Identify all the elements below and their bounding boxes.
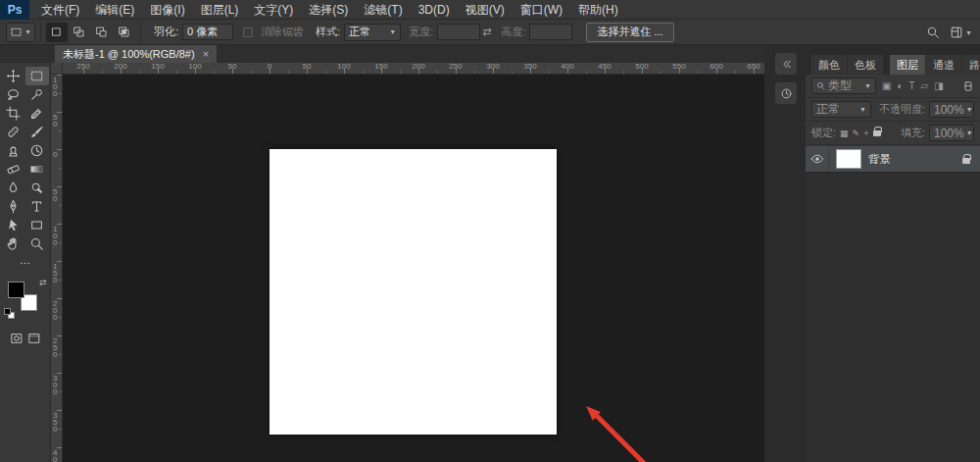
menu-item-4[interactable]: 图层(L)	[193, 0, 247, 20]
workspace-switcher-button[interactable]: ▼	[950, 26, 972, 39]
default-colors-icon[interactable]	[4, 308, 16, 320]
antialias-checkbox[interactable]	[243, 27, 253, 37]
photoshop-window: Ps 文件(F)编辑(E)图像(I)图层(L)文字(Y)选择(S)滤镜(T)3D…	[0, 0, 980, 462]
layer-visibility-toggle[interactable]	[806, 146, 829, 172]
layer-filter-toggle[interactable]	[962, 80, 974, 92]
opacity-label: 不透明度:	[879, 102, 925, 117]
shape-tool[interactable]	[25, 216, 49, 234]
ruler-origin-corner[interactable]	[51, 63, 63, 75]
foreground-color-swatch[interactable]	[8, 282, 24, 298]
menu-item-5[interactable]: 文字(Y)	[246, 0, 301, 20]
document-tab-title: 未标题-1 @ 100%(RGB/8#)	[63, 47, 195, 62]
quick-selection-tool[interactable]	[25, 85, 49, 104]
new-selection-button[interactable]	[46, 23, 68, 42]
search-icon[interactable]	[926, 26, 940, 39]
pixel-layer-filter-icon[interactable]: ▣	[882, 80, 891, 91]
opacity-dropdown[interactable]: 100% ▼	[929, 101, 974, 118]
fill-value: 100%	[934, 127, 964, 140]
feather-input[interactable]	[182, 24, 233, 40]
type-layer-filter-icon[interactable]: T	[909, 80, 915, 91]
vertical-ruler[interactable]: 10050050100150200250300350400	[51, 75, 63, 462]
menu-item-6[interactable]: 选择(S)	[301, 0, 356, 20]
selection-mode-buttons	[46, 23, 135, 42]
move-tool[interactable]	[2, 67, 25, 85]
tab-layers[interactable]: 图层	[890, 55, 925, 75]
horizontal-ruler[interactable]: 2502001501005005010015020025030035040045…	[63, 63, 764, 75]
options-bar: ▼ 羽化: 消除锯齿 样式: 正常 ▼ 宽度: ⇄ 高度: 选择并遮住 ...	[0, 20, 980, 45]
gradient-tool[interactable]	[25, 160, 49, 179]
screen-mode-button[interactable]	[27, 332, 41, 345]
intersect-selection-button[interactable]	[114, 23, 135, 42]
blend-mode-dropdown[interactable]: 正常 ▼	[811, 101, 871, 118]
tab-paths[interactable]: 路径	[962, 55, 980, 75]
hand-tool[interactable]	[2, 234, 25, 253]
layer-thumbnail[interactable]	[836, 149, 861, 169]
layer-filter-dropdown[interactable]: 类型 ▼	[811, 77, 876, 94]
menu-item-8[interactable]: 3D(D)	[411, 0, 458, 20]
eyedropper-tool[interactable]	[25, 104, 49, 123]
collapse-panels-button[interactable]	[775, 53, 797, 75]
menubar-items: 文件(F)编辑(E)图像(I)图层(L)文字(Y)选择(S)滤镜(T)3D(D)…	[33, 0, 626, 19]
dodge-tool[interactable]	[25, 179, 49, 197]
zoom-tool[interactable]	[25, 234, 49, 253]
canvas-workspace[interactable]	[63, 75, 764, 462]
type-tool[interactable]	[25, 197, 49, 216]
clone-stamp-tool[interactable]	[2, 141, 25, 160]
menu-item-2[interactable]: 编辑(E)	[87, 0, 142, 20]
swap-colors-icon[interactable]: ⇄	[39, 279, 47, 287]
eraser-tool[interactable]	[2, 160, 25, 179]
separator	[140, 24, 141, 41]
v-ruler-label: 400	[53, 449, 59, 462]
spot-healing-brush-tool[interactable]	[2, 123, 25, 141]
rectangular-marquee-tool[interactable]	[25, 67, 49, 85]
menu-item-10[interactable]: 窗口(W)	[513, 0, 570, 20]
history-brush-tool[interactable]	[25, 141, 49, 160]
tab-channels[interactable]: 通道	[926, 55, 961, 75]
menu-item-1[interactable]: 文件(F)	[33, 0, 87, 20]
height-input[interactable]	[529, 24, 572, 40]
shape-layer-filter-icon[interactable]: ▱	[921, 80, 929, 91]
width-input[interactable]	[437, 24, 480, 40]
menu-item-3[interactable]: 图像(I)	[142, 0, 192, 20]
tab-color[interactable]: 颜色	[811, 55, 847, 75]
tab-swatches[interactable]: 色板	[848, 55, 883, 75]
subtract-selection-button[interactable]	[91, 23, 113, 42]
swap-dimensions-icon[interactable]: ⇄	[482, 26, 491, 38]
menu-item-9[interactable]: 视图(V)	[458, 0, 513, 20]
edit-toolbar-button[interactable]	[0, 255, 50, 271]
right-dock-region: 颜色色板图层通道路径 类型 ▼ ▣◐T▱◨ 正常 ▼ 不	[764, 45, 980, 462]
close-icon[interactable]: ×	[203, 48, 209, 60]
blur-tool[interactable]	[2, 179, 25, 197]
quick-mask-button[interactable]	[10, 332, 24, 345]
adjustment-layer-filter-icon[interactable]: ◐	[897, 80, 903, 91]
panel-dock: 颜色色板图层通道路径 类型 ▼ ▣◐T▱◨ 正常 ▼ 不	[806, 45, 980, 462]
separator	[40, 24, 41, 41]
path-selection-tool[interactable]	[2, 216, 25, 234]
tool-preset-button[interactable]: ▼	[6, 23, 35, 42]
smart-object-filter-icon[interactable]: ◨	[934, 80, 943, 91]
style-value: 正常	[349, 25, 370, 39]
menu-item-11[interactable]: 帮助(H)	[570, 0, 626, 20]
layer-row[interactable]: 背景	[806, 146, 980, 173]
menu-item-7[interactable]: 滤镜(T)	[356, 0, 410, 20]
panel-strip	[773, 53, 799, 104]
brush-tool[interactable]	[25, 123, 49, 141]
style-dropdown[interactable]: 正常 ▼	[344, 24, 401, 41]
lock-all-icon[interactable]	[873, 130, 881, 136]
opacity-value: 100%	[934, 103, 964, 117]
lock-label: 锁定:	[811, 126, 836, 140]
lock-position-icon[interactable]: +	[863, 128, 868, 138]
pen-tool[interactable]	[2, 197, 25, 216]
lock-paint-icon[interactable]: ✎	[853, 128, 860, 138]
crop-tool[interactable]	[2, 104, 25, 123]
style-label: 样式:	[316, 25, 340, 39]
document-canvas[interactable]	[270, 149, 557, 435]
lock-transparency-icon[interactable]: ▦	[840, 128, 849, 138]
add-selection-button[interactable]	[69, 23, 90, 42]
select-and-mask-button[interactable]: 选择并遮住 ...	[586, 23, 673, 42]
fill-dropdown[interactable]: 100% ▼	[929, 125, 974, 141]
document-tab[interactable]: 未标题-1 @ 100%(RGB/8#) ×	[55, 45, 217, 63]
history-panel-button[interactable]	[775, 82, 797, 104]
chevron-down-icon: ▼	[864, 82, 871, 89]
lasso-tool[interactable]	[2, 85, 25, 104]
